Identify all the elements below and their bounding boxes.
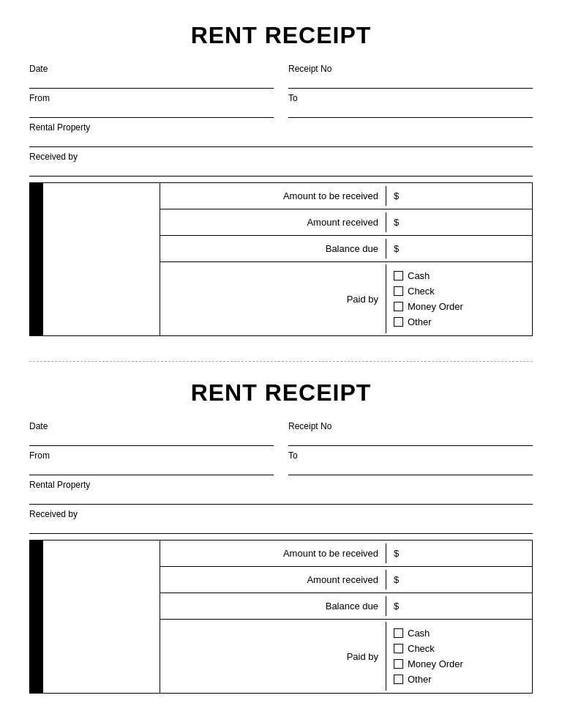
amount-received-row-2: Amount received $ bbox=[160, 567, 532, 593]
balance-due-label-2: Balance due bbox=[160, 596, 386, 616]
receipt-1: RENT RECEIPT Date Receipt No From To Ren… bbox=[29, 15, 533, 351]
check-checkbox-2[interactable] bbox=[394, 644, 403, 653]
balance-due-value-2[interactable]: $ bbox=[386, 596, 532, 616]
rental-property-input[interactable] bbox=[29, 134, 533, 147]
receipt-2-title: RENT RECEIPT bbox=[29, 379, 533, 406]
receipt-1-table: Amount to be received $ Amount received … bbox=[29, 182, 533, 336]
rental-property-input-2[interactable] bbox=[29, 491, 533, 505]
to-input[interactable] bbox=[288, 105, 533, 118]
amount-to-be-received-value-2[interactable]: $ bbox=[386, 543, 532, 563]
from-field: From bbox=[29, 93, 274, 118]
other-label-2: Other bbox=[408, 674, 432, 685]
date-field-2: Date bbox=[29, 421, 274, 446]
paid-by-row: Paid by Cash Check Money Order bbox=[160, 262, 532, 335]
receipt-divider bbox=[29, 361, 533, 362]
receipt-1-section: RENT RECEIPT Date Receipt No From To Ren… bbox=[29, 22, 533, 336]
amount-received-label-2: Amount received bbox=[160, 570, 386, 590]
received-by-label-2: Received by bbox=[29, 509, 533, 519]
received-by-input-2[interactable] bbox=[29, 521, 533, 534]
receipt-no-label: Receipt No bbox=[288, 64, 533, 74]
amount-to-be-received-row-2: Amount to be received $ bbox=[160, 541, 532, 567]
table-right-1: Amount to be received $ Amount received … bbox=[160, 183, 532, 335]
receipt-no-field-2: Receipt No bbox=[288, 421, 533, 446]
check-option-2[interactable]: Check bbox=[394, 643, 525, 654]
amount-to-be-received-label: Amount to be received bbox=[160, 186, 386, 206]
balance-due-row: Balance due $ bbox=[160, 236, 532, 262]
received-by-field-2: Received by bbox=[29, 509, 533, 534]
from-label: From bbox=[29, 93, 274, 103]
cash-option[interactable]: Cash bbox=[394, 270, 525, 281]
paid-by-label: Paid by bbox=[160, 289, 386, 309]
black-bar-1 bbox=[30, 183, 43, 335]
from-field-2: From bbox=[29, 450, 274, 475]
paid-by-row-2: Paid by Cash Check Money Order bbox=[160, 620, 532, 693]
money-order-checkbox-2[interactable] bbox=[394, 659, 403, 669]
table-left-1 bbox=[43, 183, 160, 335]
amount-to-be-received-row: Amount to be received $ bbox=[160, 183, 532, 209]
amount-to-be-received-label-2: Amount to be received bbox=[160, 543, 386, 563]
money-order-option[interactable]: Money Order bbox=[394, 301, 525, 312]
received-by-field: Received by bbox=[29, 152, 533, 177]
to-field-2: To bbox=[288, 450, 533, 475]
cash-checkbox-2[interactable] bbox=[394, 628, 403, 638]
date-receipt-row-2: Date Receipt No bbox=[29, 421, 533, 446]
paid-by-label-2: Paid by bbox=[160, 647, 386, 666]
cash-option-2[interactable]: Cash bbox=[394, 628, 525, 639]
from-label-2: From bbox=[29, 450, 274, 461]
from-input-2[interactable] bbox=[29, 462, 274, 475]
check-label: Check bbox=[408, 286, 435, 297]
check-label-2: Check bbox=[408, 643, 435, 654]
rental-property-field: Rental Property bbox=[29, 122, 533, 147]
receipt-1-title: RENT RECEIPT bbox=[29, 22, 533, 49]
other-checkbox-2[interactable] bbox=[394, 675, 403, 684]
money-order-label: Money Order bbox=[408, 301, 463, 312]
amount-received-label: Amount received bbox=[160, 212, 386, 232]
check-option[interactable]: Check bbox=[394, 286, 525, 297]
date-label: Date bbox=[29, 64, 274, 74]
balance-due-row-2: Balance due $ bbox=[160, 593, 532, 620]
money-order-checkbox[interactable] bbox=[394, 302, 403, 311]
other-option-2[interactable]: Other bbox=[394, 674, 525, 685]
cash-label: Cash bbox=[408, 270, 430, 281]
table-right-2: Amount to be received $ Amount received … bbox=[160, 541, 532, 693]
date-input-2[interactable] bbox=[29, 433, 274, 446]
receipt-2-section: RENT RECEIPT Date Receipt No From To Ren… bbox=[29, 379, 533, 694]
cash-checkbox[interactable] bbox=[394, 271, 403, 281]
money-order-option-2[interactable]: Money Order bbox=[394, 658, 525, 669]
cash-label-2: Cash bbox=[408, 628, 430, 639]
rental-property-label: Rental Property bbox=[29, 122, 533, 133]
amount-received-row: Amount received $ bbox=[160, 209, 532, 236]
to-field: To bbox=[288, 93, 533, 118]
date-receipt-row: Date Receipt No bbox=[29, 64, 533, 89]
received-by-input[interactable] bbox=[29, 163, 533, 177]
from-input[interactable] bbox=[29, 105, 274, 118]
amount-to-be-received-value[interactable]: $ bbox=[386, 186, 532, 206]
paid-by-options: Cash Check Money Order Other bbox=[386, 264, 532, 333]
from-to-row-2: From To bbox=[29, 450, 533, 475]
receipt-no-label-2: Receipt No bbox=[288, 421, 533, 431]
to-label-2: To bbox=[288, 450, 533, 461]
from-to-row: From To bbox=[29, 93, 533, 118]
receipt-2-table: Amount to be received $ Amount received … bbox=[29, 540, 533, 694]
black-bar-2 bbox=[30, 541, 43, 693]
date-field: Date bbox=[29, 64, 274, 89]
other-label-1: Other bbox=[408, 316, 432, 327]
date-label-2: Date bbox=[29, 421, 274, 431]
rental-property-label-2: Rental Property bbox=[29, 480, 533, 490]
receipt-no-input[interactable] bbox=[288, 75, 533, 89]
amount-received-value[interactable]: $ bbox=[386, 212, 532, 232]
table-left-2 bbox=[43, 541, 160, 693]
receipt-no-input-2[interactable] bbox=[288, 433, 533, 446]
receipt-no-field: Receipt No bbox=[288, 64, 533, 89]
to-input-2[interactable] bbox=[288, 462, 533, 475]
date-input[interactable] bbox=[29, 75, 274, 89]
amount-received-value-2[interactable]: $ bbox=[386, 570, 532, 590]
rental-property-field-2: Rental Property bbox=[29, 480, 533, 505]
other-option-1[interactable]: Other bbox=[394, 316, 525, 327]
check-checkbox[interactable] bbox=[394, 286, 403, 296]
paid-by-options-2: Cash Check Money Order Other bbox=[386, 622, 532, 691]
other-checkbox-1[interactable] bbox=[394, 317, 403, 327]
balance-due-label: Balance due bbox=[160, 239, 386, 259]
receipt-2: RENT RECEIPT Date Receipt No From To Ren… bbox=[29, 372, 533, 708]
balance-due-value[interactable]: $ bbox=[386, 239, 532, 259]
